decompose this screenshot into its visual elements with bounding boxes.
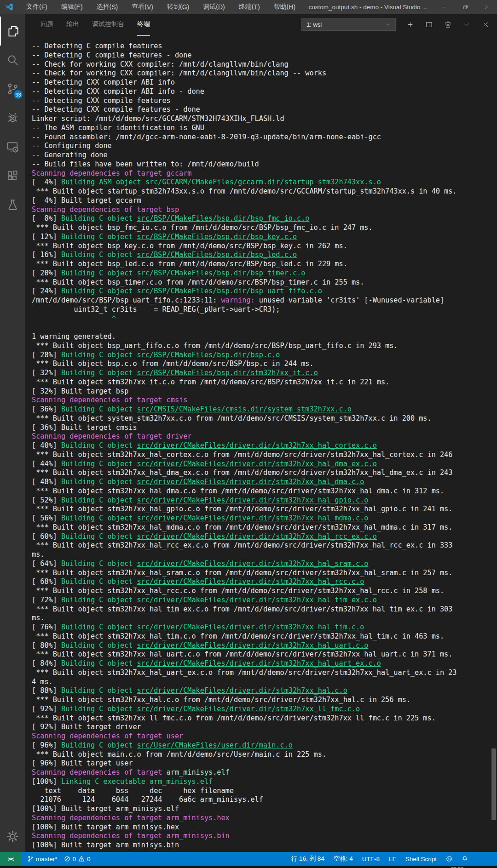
- terminal-text: 21076 124 6044 27244 6a6c arm_minisys.el…: [32, 795, 263, 804]
- terminal-link[interactable]: src/driver/CMakeFiles/driver.dir/stm32h7…: [137, 641, 369, 650]
- split-terminal-button[interactable]: [424, 18, 434, 30]
- feedback-button[interactable]: [443, 852, 456, 866]
- menu-view[interactable]: 查看(V): [125, 0, 160, 14]
- terminal-text: Building C object: [61, 641, 137, 650]
- terminal-link[interactable]: src/driver/CMakeFiles/driver.dir/stm32h7…: [137, 478, 364, 486]
- terminal-text: *** Built object stm32h7xx_hal_tim_ex.c.…: [32, 605, 452, 613]
- terminal-text: [ 28%]: [32, 351, 61, 359]
- terminal-link[interactable]: src/driver/CMakeFiles/driver.dir/stm32h7…: [137, 460, 377, 468]
- terminal-link[interactable]: src/driver/CMakeFiles/driver.dir/stm32h7…: [137, 560, 369, 568]
- menu-go[interactable]: 转到(G): [160, 0, 196, 14]
- terminal-link[interactable]: src/driver/CMakeFiles/driver.dir/stm32h7…: [137, 496, 369, 504]
- menu-terminal[interactable]: 终端(T): [232, 0, 267, 14]
- new-terminal-button[interactable]: [405, 18, 415, 30]
- terminal-text: Building C object: [61, 369, 137, 377]
- scm-badge: 93: [14, 90, 23, 99]
- collapse-panel-button[interactable]: [462, 18, 472, 30]
- terminal-line: ms.: [32, 614, 497, 623]
- terminal-link[interactable]: src/driver/CMakeFiles/driver.dir/stm32h7…: [137, 596, 377, 604]
- terminal-line: Scanning dependencies of target arm_mini…: [32, 768, 497, 777]
- menu-help[interactable]: 帮助(H): [267, 0, 302, 14]
- terminal-text: Building C object: [61, 532, 137, 541]
- terminal-text: -- Detecting C compile features - done: [32, 51, 191, 59]
- terminal-text: Building C object: [61, 251, 137, 259]
- terminal-link[interactable]: src/driver/CMakeFiles/driver.dir/stm32h7…: [137, 686, 347, 695]
- terminal-link[interactable]: src/GCCARM/CMakeFiles/gccarm.dir/startup…: [145, 178, 381, 186]
- terminal-text: Building C object: [61, 741, 137, 749]
- problems-item[interactable]: 0 0: [61, 852, 94, 866]
- terminal-link[interactable]: src/driver/CMakeFiles/driver.dir/stm32h7…: [137, 577, 364, 586]
- terminal-link[interactable]: src/BSP/CMakeFiles/bsp.dir/bsp_led.c.o: [137, 251, 297, 259]
- terminal-text: *** Built object stm32h7xx_hal_rcc.c.o f…: [32, 587, 444, 595]
- terminal-scrollbar[interactable]: [491, 748, 496, 820]
- cursor-position[interactable]: 行 16, 列 84: [288, 852, 328, 866]
- eol-sequence[interactable]: LF: [386, 852, 399, 866]
- terminal-link[interactable]: src/BSP/CMakeFiles/bsp.dir/stm32h7xx_it.…: [137, 369, 318, 377]
- smiley-icon: [446, 856, 452, 862]
- kill-terminal-button[interactable]: [443, 18, 453, 30]
- language-mode[interactable]: Shell Script: [402, 852, 440, 866]
- terminal-link[interactable]: src/BSP/CMakeFiles/bsp.dir/bsp_key.c.o: [137, 233, 297, 241]
- activity-bar: 93: [0, 14, 25, 852]
- tab-problems[interactable]: 问题: [40, 19, 53, 36]
- indentation[interactable]: 空格: 4: [330, 852, 356, 866]
- tab-output[interactable]: 输出: [66, 19, 79, 36]
- terminal-link[interactable]: src/driver/CMakeFiles/driver.dir/stm32h7…: [137, 514, 369, 522]
- terminal-link[interactable]: src/BSP/CMakeFiles/bsp.dir/bsp_fmc_io.c.…: [137, 214, 310, 223]
- terminal-text: Building C object: [61, 441, 137, 450]
- panel-header: 问题 输出 调试控制台 终端 1: wsl: [25, 14, 497, 36]
- terminal-text: ms.: [32, 550, 44, 559]
- terminal-text: Building ASM object: [61, 178, 145, 186]
- terminal-line: [ 44%] Building C object src/driver/CMak…: [32, 460, 497, 469]
- close-panel-button[interactable]: [481, 18, 491, 30]
- terminal-text: -- Check for working CXX compiler: /mnt/…: [32, 69, 326, 77]
- remote-indicator[interactable]: ><: [0, 852, 21, 866]
- menu-edit[interactable]: 编辑(E): [54, 0, 90, 14]
- terminal-link[interactable]: src/BSP/CMakeFiles/bsp.dir/bsp_timer.c.o: [137, 269, 306, 277]
- terminal-text: Building C object: [61, 351, 137, 359]
- terminal-line: -- Check for working CXX compiler: /mnt/…: [32, 60, 497, 69]
- terminal-text: *** Built object stm32h7xx_hal_sram.c.o …: [32, 569, 452, 577]
- settings-gear[interactable]: [0, 822, 25, 851]
- debug-tab[interactable]: [0, 103, 25, 132]
- terminal-text: -- Generating done: [32, 151, 108, 159]
- close-window-button[interactable]: [476, 0, 497, 14]
- remote-explorer-tab[interactable]: [0, 132, 25, 161]
- git-branch-item[interactable]: master*: [24, 852, 61, 866]
- minimize-button[interactable]: [433, 0, 455, 14]
- terminal-text: Building C object: [61, 405, 137, 413]
- terminal-link[interactable]: src/CMSIS/CMakeFiles/cmsis.dir/system_st…: [137, 405, 352, 413]
- terminal-line: [ 8%] Building C object src/BSP/CMakeFil…: [32, 214, 497, 223]
- terminal-link[interactable]: src/driver/CMakeFiles/driver.dir/stm32h7…: [137, 705, 360, 713]
- terminal-text: [100%] Built target arm_minisys.bin: [32, 841, 179, 849]
- test-tab[interactable]: [0, 190, 25, 219]
- terminal-link[interactable]: src/driver/CMakeFiles/driver.dir/stm32h7…: [137, 623, 364, 631]
- restore-button[interactable]: [455, 0, 476, 14]
- terminal-line: ^: [32, 314, 497, 324]
- terminal-line: [32, 323, 497, 332]
- terminal-text: *** Built object stm32h7xx_hal_mdma.c.o …: [32, 523, 452, 531]
- terminal-link[interactable]: src/BSP/CMakeFiles/bsp.dir/bsp_uart_fifo…: [137, 287, 322, 295]
- terminal-link[interactable]: src/User/CMakeFiles/user.dir/main.c.o: [137, 741, 293, 749]
- terminal-link[interactable]: src/driver/CMakeFiles/driver.dir/stm32h7…: [137, 441, 377, 450]
- tab-terminal[interactable]: 终端: [137, 19, 150, 36]
- menu-file[interactable]: 文件(F): [19, 0, 54, 14]
- menu-debug[interactable]: 调试(D): [196, 0, 231, 14]
- terminal-text: -- Check for working CXX compiler: /mnt/…: [32, 60, 289, 69]
- terminal-line: [ 12%] Building C object src/BSP/CMakeFi…: [32, 233, 497, 242]
- explorer-tab[interactable]: [0, 17, 25, 46]
- terminal-instance-select[interactable]: 1: wsl: [301, 18, 396, 31]
- terminal-link[interactable]: src/driver/CMakeFiles/driver.dir/stm32h7…: [137, 532, 377, 541]
- extensions-tab[interactable]: [0, 161, 25, 190]
- terminal-line: [100%] Linking C executable arm_minisys.…: [32, 777, 497, 787]
- terminal-link[interactable]: src/BSP/CMakeFiles/bsp.dir/bsp.c.o: [137, 351, 280, 359]
- menu-selection[interactable]: 选择(S): [90, 0, 125, 14]
- source-control-tab[interactable]: 93: [0, 74, 25, 103]
- search-tab[interactable]: [0, 46, 25, 74]
- terminal-link[interactable]: src/driver/CMakeFiles/driver.dir/stm32h7…: [137, 659, 381, 668]
- notifications-button[interactable]: [458, 852, 471, 866]
- terminal-line: *** Built object bsp_uart_fifo.c.o from …: [32, 342, 497, 351]
- encoding[interactable]: UTF-8: [359, 852, 383, 866]
- tab-debug-console[interactable]: 调试控制台: [92, 19, 124, 36]
- terminal-text: *** Built object startup_stm32h743xx.s.o…: [32, 187, 457, 195]
